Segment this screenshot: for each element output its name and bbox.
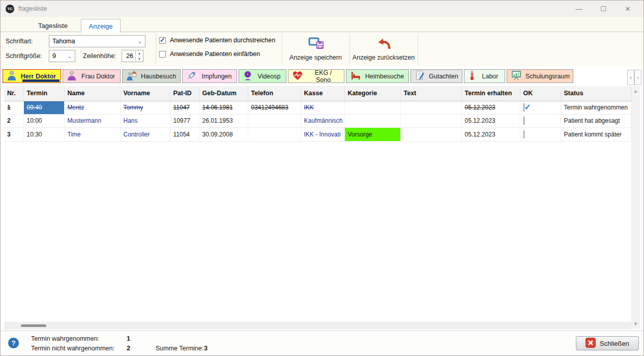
scroll-up-icon[interactable]: ▲ <box>631 87 640 95</box>
cell-name: Mentz <box>68 104 84 111</box>
checkbox-row-color[interactable]: Anwesende Patienten einfärben <box>159 50 260 58</box>
category-tab-gutachten[interactable]: Gutachten <box>411 69 462 83</box>
category-tab-videosp[interactable]: Videosp <box>239 69 286 83</box>
ok-checkbox[interactable] <box>523 117 524 125</box>
cell-gebdatum: 30.09.2008 <box>202 131 233 138</box>
ok-checkbox[interactable] <box>523 130 524 139</box>
horizontal-scrollbar-thumb[interactable] <box>21 324 46 327</box>
save-view-icon <box>308 37 324 52</box>
reset-view-button[interactable]: Anzeige zurücksetzen <box>350 33 417 65</box>
rowheight-label: Zeilenhöhe: <box>83 52 116 60</box>
taken-value: 1 <box>127 335 130 342</box>
category-tab-herr-doktor[interactable]: Herr Doktor <box>3 69 61 83</box>
cell-patid: 11054 <box>173 131 190 138</box>
title-bar: TC ftagesliste — ☐ ✕ <box>1 1 643 17</box>
taken-label: Termin wahrgenommen: <box>31 335 99 342</box>
undo-arrow-icon <box>376 37 391 52</box>
close-dialog-label: Schließen <box>600 340 629 347</box>
thermometer-icon <box>469 70 476 82</box>
cell-nr: 2 <box>7 117 11 124</box>
cell-termin: 10:00 <box>27 117 42 124</box>
col-header-status[interactable]: Status <box>561 86 631 101</box>
cell-kasse: Kaufmännisch <box>304 117 343 124</box>
syringe-icon <box>187 70 197 82</box>
category-tab-label: Gutachten <box>429 73 458 80</box>
cell-termin: 10:30 <box>27 131 42 138</box>
cell-termin: 09:40 <box>27 104 42 111</box>
close-icon[interactable]: ✕ <box>622 5 633 13</box>
category-tab-labor[interactable]: Labor <box>464 69 505 83</box>
tab-scroll-right-icon[interactable]: › <box>634 70 641 85</box>
scroll-down-icon[interactable]: ▼ <box>631 320 640 328</box>
cell-status: Patient kommt später <box>564 131 622 138</box>
col-header-patid[interactable]: Pat-ID <box>170 86 199 101</box>
person-icon <box>7 70 16 82</box>
checkbox-row-strike[interactable]: Anwesende Patienten durchstreichen <box>159 37 275 44</box>
ok-checkbox[interactable] <box>523 103 524 112</box>
app-icon: TC <box>6 5 14 13</box>
col-header-text[interactable]: Text <box>400 86 461 101</box>
table-row[interactable]: 2 10:00 Mustermann Hans 10977 26.01.1953… <box>4 114 631 127</box>
horizontal-scrollbar[interactable] <box>4 322 631 330</box>
tab-tagesliste[interactable]: Tagesliste <box>25 19 81 33</box>
toolbar-separator <box>418 34 418 65</box>
stepper-down-icon[interactable]: ▼ <box>136 56 143 62</box>
col-header-termin[interactable]: Termin <box>23 86 64 101</box>
maximize-icon[interactable]: ☐ <box>598 5 609 13</box>
table-row[interactable]: 3 10:30 Time Controller 11054 30.09.2008… <box>4 127 631 141</box>
category-tab-impfungen[interactable]: Impfungen <box>182 69 237 83</box>
rowheight-stepper[interactable]: 26 ▲ ▼ <box>122 50 143 62</box>
chevron-down-icon: ⌄ <box>65 53 72 59</box>
font-select[interactable]: Tahoma ⌄ <box>49 35 145 47</box>
col-header-gebdatum[interactable]: Geb-Datum <box>199 86 248 101</box>
vertical-scrollbar[interactable]: ▲ ▼ <box>631 86 640 329</box>
tab-scroll-left-icon[interactable]: ‹ <box>627 70 634 85</box>
stepper-up-icon[interactable]: ▲ <box>136 50 143 56</box>
category-tab-bar: Herr Doktor Frau Doktor Hausbes <box>1 67 643 85</box>
save-view-button[interactable]: Anzeige speichern <box>283 33 348 65</box>
cell-patid: 10977 <box>173 117 190 124</box>
cell-vorname: Hans <box>124 117 138 124</box>
col-header-kasse[interactable]: Kasse <box>301 86 344 101</box>
color-checkbox[interactable] <box>159 51 166 58</box>
col-header-telefon[interactable]: Telefon <box>248 86 301 101</box>
tab-anzeige[interactable]: Anzeige <box>81 19 121 33</box>
color-checkbox-label: Anwesende Patienten einfärben <box>170 50 260 58</box>
col-header-vorname[interactable]: Vorname <box>120 86 170 101</box>
category-tab-label: Heimbesuche <box>365 73 404 80</box>
col-header-termin-erhalten[interactable]: Termin erhalten <box>461 86 520 101</box>
cell-vorname: Controller <box>124 131 150 138</box>
cell-name: Mustermann <box>68 117 102 124</box>
close-dialog-button[interactable]: Schließen <box>576 336 639 350</box>
cell-gebdatum: 14.06.1981 <box>202 104 233 111</box>
window-title: ftagesliste <box>18 5 47 12</box>
category-tab-label: Schulungsraum <box>525 73 570 80</box>
font-value: Tahoma <box>52 38 75 45</box>
cell-status: Patient hat abgesagt <box>564 117 620 124</box>
col-header-ok[interactable]: OK <box>520 86 561 101</box>
category-tab-label: Frau Doktor <box>80 73 116 80</box>
cell-kasse: IKK - Innovati <box>304 131 341 138</box>
svg-text:?: ? <box>11 339 15 347</box>
category-tab-ekg-sono[interactable]: EKG / Sono <box>288 69 344 83</box>
category-tab-schulungsraum[interactable]: Schulungsraum <box>507 69 573 83</box>
minimize-icon[interactable]: — <box>573 5 584 13</box>
col-header-nr[interactable]: Nr. <box>4 86 23 101</box>
sum-value: 3 <box>204 345 208 352</box>
fontsize-select[interactable]: 9 ⌄ <box>49 50 75 62</box>
category-tab-heimbesuche[interactable]: Heimbesuche <box>346 69 409 83</box>
not-taken-value: 2 <box>127 345 130 352</box>
col-header-name[interactable]: Name <box>64 86 120 101</box>
category-tab-label: EKG / Sono <box>307 69 340 84</box>
col-header-kategorie[interactable]: Kategorie <box>344 86 400 101</box>
category-tab-label: Herr Doktor <box>20 73 56 80</box>
bed-icon <box>350 71 361 82</box>
category-tab-label: Labor <box>480 73 501 80</box>
table-row[interactable]: 1 09:40 Mentz Tommy 11047 14.06.1981 034… <box>4 101 631 114</box>
category-tab-hausbesuch[interactable]: Hausbesuch <box>122 69 181 83</box>
strike-checkbox[interactable] <box>159 37 166 44</box>
help-icon[interactable]: ? <box>8 337 19 351</box>
table-header-row: Nr. Termin Name Vorname Pat-ID Geb-Datum… <box>4 86 631 101</box>
toolbar-separator <box>349 34 350 65</box>
category-tab-frau-doktor[interactable]: Frau Doktor <box>63 69 121 83</box>
